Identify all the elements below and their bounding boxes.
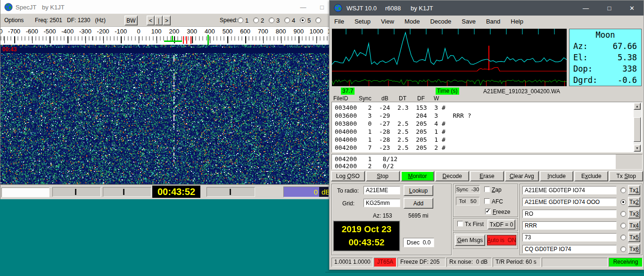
tx-message-input-4[interactable]: RRR [522,221,617,230]
menu-item-setup[interactable]: Setup [355,18,371,25]
wsjt-minimize-button[interactable]: — [575,0,596,16]
options-menu[interactable]: Options [4,17,24,24]
col-header-fileid: FileID [333,95,348,102]
tx3-button[interactable]: Tx3 [628,209,640,219]
zap-label[interactable]: Zap [492,187,502,193]
tx-message-input-1[interactable]: A21EME GD0TEP IO74 [522,186,617,195]
waterfall-display [0,45,330,185]
wsjt-menubar: FileSetupViewModeDecodeSaveBandHelp [330,16,644,27]
tx-select-radio-3[interactable] [620,211,626,217]
menu-item-band[interactable]: Band [486,18,500,25]
tx-message-input-6[interactable]: CQ GD0TEP IO74 [522,245,617,253]
scroll-center-button[interactable]: | [155,16,163,25]
status-box [1,187,50,197]
menu-item-mode[interactable]: Mode [405,18,420,25]
monitor-button[interactable]: Monitor [401,171,435,181]
tol-box[interactable]: Tol 50 [456,197,479,205]
speed-radio-label-5: 5 [307,17,311,24]
tx-select-radio-2[interactable] [620,199,626,205]
auto-on-button[interactable]: Auto is ON [487,235,516,245]
menu-item-view[interactable]: View [381,18,394,25]
tx-select-radio-5[interactable] [620,235,626,240]
freeze-checkbox[interactable] [485,209,491,214]
tx6-button[interactable]: Tx6 [628,244,640,254]
speed-radio-1[interactable] [238,17,243,23]
decode-scrollbar[interactable]: ▲ ▼ [634,103,642,152]
speed-radio-3[interactable] [269,17,274,23]
tx4-button[interactable]: Tx4 [628,220,640,230]
zero-slider[interactable] [103,187,151,197]
receiving-badge: Receiving [609,258,643,267]
menu-item-decode[interactable]: Decode [430,18,451,25]
wsjt-titlebar[interactable]: WSJT 10.0 r6088 by K1JT — □ ✕ [330,0,644,16]
scroll-right-button[interactable]: > [163,16,171,25]
wsjt-statusbar: 1.0001 1.0000 JT65A Freeze DF: 205 Rx no… [331,258,643,267]
tx-select-radio-6[interactable] [620,246,626,252]
to-radio-input[interactable]: A21EME [363,186,400,195]
scale-label: 400 [205,28,215,35]
bw-button[interactable]: BW [124,16,138,25]
rx-marker [207,35,209,45]
wsjt-maximize-button[interactable]: □ [599,0,620,16]
gain-slider[interactable] [52,187,101,197]
speed-radio-5[interactable] [300,17,305,23]
log-qso-button[interactable]: Log QSO [331,171,365,181]
specjt-maximize-button[interactable]: □ [315,2,329,12]
tx-message-input-2[interactable]: A21EME GD0TEP IO74 OOO [522,198,617,206]
tx5-button[interactable]: Tx5 [628,232,640,242]
speed-radio-2[interactable] [253,17,259,23]
include-button[interactable]: Include [540,171,574,181]
speed-radio-label-4: 4 [292,17,295,24]
specjt-titlebar[interactable]: SpecJT by K1JT — □ [0,0,330,14]
dsec-box[interactable]: Dsec 0.0 [403,238,434,247]
tx-first-checkbox[interactable] [457,221,463,227]
erase-button[interactable]: Erase [470,171,504,181]
speed-radio-4[interactable] [284,17,290,23]
wsjt-close-button[interactable]: ✕ [621,0,643,16]
col-header-sync: Sync [359,95,372,102]
zap-checkbox[interactable] [484,187,490,192]
scrollbar-thumb[interactable] [634,117,641,142]
tx-first-label[interactable]: Tx First [465,221,484,227]
afc-checkbox[interactable] [484,198,490,204]
freeze-label[interactable]: Freeze [493,209,510,215]
speed-radio-extra[interactable] [315,17,321,23]
tx-message-input-5[interactable]: 73 [522,233,617,242]
menu-item-file[interactable]: File [334,18,344,25]
sync-box[interactable]: Sync -30 [455,185,480,194]
specjt-minimize-button[interactable]: — [297,2,310,12]
menu-item-save[interactable]: Save [462,18,476,25]
scroll-left-button[interactable]: < [147,16,155,25]
add-button[interactable]: Add [404,198,433,209]
scale-label: -600 [26,28,38,35]
gen-msgs-button[interactable]: Gen Msgs [455,235,485,246]
average-decode-output[interactable]: 004200 1 8/12004200 2 0/2 [331,154,643,170]
grid-input[interactable]: KG25mm [363,199,400,207]
avg-decode-row: 004200 1 8/12 [335,155,397,162]
tx1-button[interactable]: Tx1 [628,185,640,195]
tx-select-radio-4[interactable] [620,223,626,228]
time-readout: 00:43:52 [334,236,399,249]
exclude-button[interactable]: Exclude [574,171,608,181]
scroll-up-button[interactable]: ▲ [634,103,641,110]
tx-select-radio-1[interactable] [620,187,626,193]
decode-output[interactable]: 003400 2 -24 2.3 153 3 #003600 3 -29 204… [331,102,643,153]
decode-button[interactable]: Decode [435,171,469,181]
time-axis-badge: Time (s) [436,88,459,95]
lookup-button[interactable]: Lookup [404,185,433,196]
scroll-down-button[interactable]: ▼ [634,145,641,152]
menu-item-help[interactable]: Help [511,18,523,25]
tx-stop-button[interactable]: Tx Stop [609,171,643,181]
scale-label: -700 [8,28,20,35]
tx2-button[interactable]: Tx2 [628,197,640,207]
speed-label: Speed: [220,17,238,24]
red-marker-2 [186,36,187,44]
afc-label[interactable]: AFC [492,198,503,205]
brightness-slider[interactable] [206,187,255,197]
stop-button[interactable]: Stop [366,171,400,181]
datetime-display: 2019 Oct 23 00:43:52 [333,221,400,251]
wsjt-revision: r6088 [385,5,401,12]
txdf-button[interactable]: TxDF = 0 [487,219,515,229]
tx-message-input-3[interactable]: RO [522,210,617,218]
clear-avg-button[interactable]: Clear Avg [505,171,539,181]
